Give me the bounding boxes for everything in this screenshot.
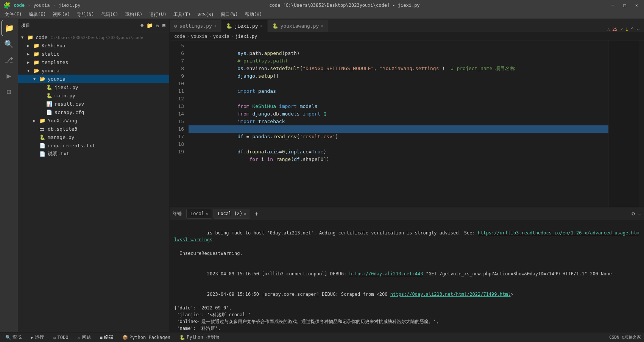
sidebar-refresh-icon[interactable]: ↻ bbox=[155, 22, 160, 29]
text-file-icon: 📄 bbox=[39, 143, 46, 148]
tree-youxia-l2[interactable]: ▼ 📂 youxia bbox=[18, 75, 169, 83]
expand-icon[interactable]: ⌃ bbox=[631, 27, 634, 32]
terminal-tab-local[interactable]: Local × bbox=[186, 209, 212, 219]
packages-label: Python Packages bbox=[129, 335, 170, 340]
tab-jiexi-py[interactable]: 🐍 jiexi.py × bbox=[221, 20, 268, 32]
activity-run[interactable]: ▶ bbox=[2, 68, 17, 83]
activity-extensions[interactable]: ⊞ bbox=[2, 84, 17, 99]
terminal-line-debug1: 2023-04-09 15:16:50 [urllib3.connectionp… bbox=[174, 264, 639, 284]
tree-manage-py[interactable]: 🐍 manage.py bbox=[18, 133, 169, 141]
tree-static[interactable]: ▶ 📁 static bbox=[18, 50, 169, 58]
sidebar-collapse-icon[interactable]: ⊟ bbox=[162, 22, 166, 29]
run-label: 运行 bbox=[35, 334, 44, 340]
error-count: △ 25 bbox=[607, 27, 617, 32]
terminal-tab-bar: 终端 Local × Local (2) × + ⚙ — bbox=[170, 207, 644, 220]
jiexi-tab-close[interactable]: × bbox=[260, 24, 263, 28]
toolbar-run[interactable]: ▶ 运行 bbox=[28, 333, 46, 341]
console-label: Python 控制台 bbox=[187, 334, 220, 340]
title-bar-right: ─ □ ✕ bbox=[608, 3, 641, 8]
tree-KeShiHua[interactable]: ▶ 📁 KeShiHua bbox=[18, 41, 169, 50]
sidebar-new-folder-icon[interactable]: 📁 bbox=[146, 22, 154, 29]
tree-db-sqlite3[interactable]: 🗃 db.sqlite3 bbox=[18, 125, 169, 133]
youxia-l1-label: youxia bbox=[42, 68, 169, 73]
terminal-line-empty1 bbox=[174, 257, 639, 264]
window-title: code [C:\Users\83852\Desktop\2023youxi\c… bbox=[269, 3, 419, 8]
folder-open-icon: 📂 bbox=[33, 68, 40, 73]
tree-jiexi-py[interactable]: 🐍 jiexi.py bbox=[18, 83, 169, 91]
sidebar-new-file-icon[interactable]: ⊕ bbox=[140, 22, 144, 29]
tree-YouXiaWang[interactable]: ▶ 📁 YouXiaWang bbox=[18, 116, 169, 125]
minimize-button[interactable]: ─ bbox=[608, 3, 617, 8]
tree-root[interactable]: ▼ 📁 code C:\Users\83852\Desktop\2023youx… bbox=[18, 33, 169, 41]
terminal-minimize-icon[interactable]: — bbox=[638, 211, 641, 217]
problems-icon: ⚠ bbox=[77, 335, 80, 340]
toolbar-problems[interactable]: ⚠ 问题 bbox=[75, 333, 93, 341]
activity-explorer[interactable]: 📁 bbox=[2, 20, 17, 36]
terminal-settings-icon[interactable]: ⚙ bbox=[632, 211, 635, 217]
main-label: main.py bbox=[55, 93, 169, 98]
bc-file: jiexi.py bbox=[235, 34, 257, 39]
toolbar-python-console[interactable]: 🐍 Python 控制台 bbox=[177, 333, 222, 341]
menu-nav[interactable]: 导航(N) bbox=[74, 11, 97, 19]
youxiawang-tab-close[interactable]: × bbox=[321, 24, 323, 28]
terminal-tab-local-close[interactable]: × bbox=[206, 212, 208, 216]
toolbar-search[interactable]: 🔍 查找 bbox=[3, 333, 24, 341]
csdn-link[interactable]: CSDN @顺路之家 bbox=[609, 334, 641, 340]
menu-window[interactable]: 窗口(W) bbox=[218, 11, 241, 19]
tree-readme-txt[interactable]: 📄 说明.txt bbox=[18, 150, 169, 158]
menu-file[interactable]: 文件(F) bbox=[2, 11, 25, 19]
menu-bar: 文件(F) 编辑(E) 视图(V) 导航(N) 代码(C) 重构(R) 运行(U… bbox=[0, 11, 644, 19]
terminal-icon: ≡ bbox=[100, 335, 103, 340]
menu-refactor[interactable]: 重构(R) bbox=[122, 11, 145, 19]
KeShiHua-label: KeShiHua bbox=[42, 43, 169, 48]
terminal-tab-local2-label: Local (2) bbox=[218, 211, 242, 216]
manage-label: manage.py bbox=[48, 134, 169, 140]
console-icon: 🐍 bbox=[179, 335, 185, 340]
activity-search[interactable]: 🔍 bbox=[2, 36, 17, 52]
editor-scrollbar[interactable] bbox=[639, 41, 644, 207]
tab-youxiawang-py[interactable]: 🐍 youxiawang.py × bbox=[268, 20, 329, 32]
close-button[interactable]: ✕ bbox=[632, 3, 641, 8]
folder-icon: 📁 bbox=[33, 59, 40, 65]
tree-main-py[interactable]: 🐍 main.py bbox=[18, 91, 169, 100]
terminal-content[interactable]: is being made to host '0day.ali213.net'.… bbox=[170, 220, 644, 332]
more-icon[interactable]: ⋯ bbox=[637, 27, 639, 32]
menu-run[interactable]: 运行(U) bbox=[146, 11, 170, 19]
debug1-link[interactable]: https://0day.ali213.net:443 bbox=[349, 271, 423, 276]
todo-label: TODO bbox=[57, 335, 68, 340]
maximize-button[interactable]: □ bbox=[621, 3, 629, 8]
tree-templates[interactable]: ▶ 📁 templates bbox=[18, 58, 169, 66]
terminal-tab-local2-close[interactable]: × bbox=[244, 212, 246, 216]
folder-open-icon: 📂 bbox=[39, 76, 46, 82]
menu-edit[interactable]: 编辑(E) bbox=[26, 11, 49, 19]
terminal-add-button[interactable]: + bbox=[252, 209, 261, 218]
menu-view[interactable]: 视图(V) bbox=[50, 11, 73, 19]
title-bar-center: code [C:\Users\83852\Desktop\2023youxi\c… bbox=[81, 3, 609, 8]
terminal-area: 终端 Local × Local (2) × + ⚙ — bbox=[170, 207, 644, 332]
terminal-line-debug2: 2023-04-09 15:16:50 [scrapy.core.scraper… bbox=[174, 284, 639, 305]
tree-result-csv[interactable]: 📊 result.csv bbox=[18, 100, 169, 108]
settings-tab-icon: ⚙ bbox=[174, 23, 177, 29]
toolbar-terminal[interactable]: ≡ 终端 bbox=[98, 333, 115, 341]
tree-requirements-txt[interactable]: 📄 requirements.txt bbox=[18, 141, 169, 150]
menu-vcs[interactable]: VCS(S) bbox=[195, 11, 217, 18]
terminal-tab-local2[interactable]: Local (2) × bbox=[214, 209, 250, 219]
tree-scrapy-cfg[interactable]: 📄 scrapy.cfg bbox=[18, 108, 169, 116]
tab-settings-py[interactable]: ⚙ settings.py × bbox=[170, 20, 221, 32]
settings-tab-close[interactable]: × bbox=[214, 24, 217, 28]
menu-help[interactable]: 帮助(H) bbox=[242, 11, 265, 19]
toolbar-todo[interactable]: ☑ TODO bbox=[51, 334, 70, 341]
debug2-link[interactable]: https://0day.ali213.net/html/2022/71499.… bbox=[390, 292, 511, 297]
static-arrow: ▶ bbox=[27, 52, 33, 56]
scrapy-label: scrapy.cfg bbox=[55, 109, 169, 115]
activity-vcs[interactable]: ⎇ bbox=[2, 52, 17, 67]
tree-youxia-l1[interactable]: ▼ 📂 youxia bbox=[18, 66, 169, 75]
ssl-warning-link[interactable]: https://urllib3.readthedocs.io/en/1.26.x… bbox=[174, 230, 639, 242]
text-file-icon: 📄 bbox=[39, 151, 46, 157]
bc-sep1: › bbox=[187, 34, 189, 39]
code-editor[interactable]: 5 6 7 8 9 10 11 12 13 14 15 16 1 bbox=[170, 41, 608, 207]
toolbar-python-packages[interactable]: 📦 Python Packages bbox=[120, 334, 173, 341]
code-line-5: sys.path.append(path) bbox=[189, 42, 608, 50]
menu-tools[interactable]: 工具(T) bbox=[170, 11, 194, 19]
menu-code[interactable]: 代码(C) bbox=[98, 11, 122, 19]
